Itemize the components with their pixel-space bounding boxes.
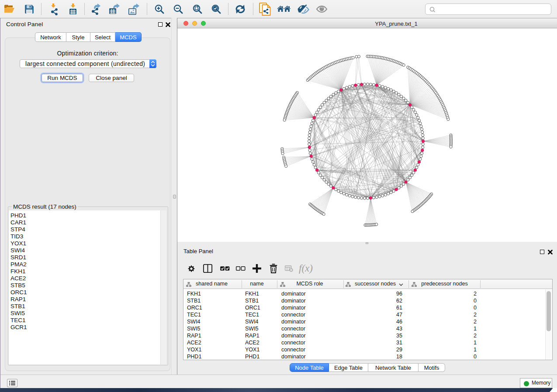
svg-text:f(x): f(x) xyxy=(299,263,313,274)
